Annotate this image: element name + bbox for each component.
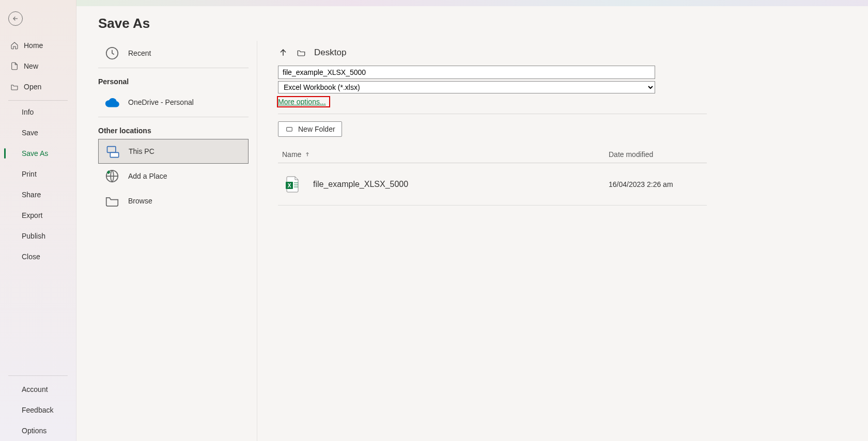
column-date-label: Date modified <box>609 150 653 159</box>
location-onedrive[interactable]: OneDrive - Personal <box>98 90 249 115</box>
column-name-label: Name <box>282 150 301 159</box>
sidebar-label: Open <box>24 83 41 91</box>
new-folder-label: New Folder <box>298 125 335 133</box>
filetype-select[interactable]: Excel Workbook (*.xlsx) <box>278 81 655 93</box>
section-head-other: Other locations <box>80 119 257 139</box>
sidebar-label: Print <box>22 170 37 178</box>
svg-rect-2 <box>110 152 118 157</box>
location-browse[interactable]: Browse <box>98 188 249 213</box>
location-recent[interactable]: Recent <box>98 41 249 66</box>
folder-open-icon <box>10 83 19 91</box>
clock-icon <box>104 45 120 61</box>
sidebar-label: Export <box>22 211 42 219</box>
sidebar-label: Home <box>24 41 43 50</box>
svg-text:X: X <box>288 183 291 188</box>
locations-separator <box>98 117 249 117</box>
new-file-icon <box>10 62 19 70</box>
sidebar-label: Feedback <box>22 406 53 414</box>
more-options-link[interactable]: More options... <box>277 96 330 107</box>
sidebar-item-save[interactable]: Save <box>0 122 76 143</box>
main-area: Save As Recent Personal OneDrive - Perso… <box>76 0 868 441</box>
sidebar-item-export[interactable]: Export <box>0 205 76 226</box>
sidebar-label: Close <box>22 253 40 261</box>
add-place-icon <box>104 168 120 184</box>
locations-separator <box>98 68 249 68</box>
file-name: file_example_XLSX_5000 <box>313 180 609 189</box>
location-label: OneDrive - Personal <box>128 98 194 106</box>
filename-row <box>278 66 847 79</box>
sidebar-label: New <box>24 62 38 70</box>
folder-icon <box>104 193 120 209</box>
nav-separator <box>8 100 68 101</box>
pc-icon <box>105 144 120 159</box>
sidebar-item-publish[interactable]: Publish <box>0 226 76 246</box>
sidebar-label: Share <box>22 191 41 199</box>
new-folder-icon <box>285 125 294 133</box>
decorative-header-strip <box>76 0 868 6</box>
sidebar-item-new[interactable]: New <box>0 56 76 76</box>
location-label: Add a Place <box>128 172 167 180</box>
location-label: Browse <box>128 197 152 205</box>
nav-bottom: Account Feedback Options <box>0 379 76 441</box>
arrow-up-icon <box>278 48 288 58</box>
file-table-header: Name Date modified <box>278 146 707 163</box>
locations-column: Recent Personal OneDrive - Personal Othe… <box>76 41 257 441</box>
arrow-left-icon <box>12 15 19 22</box>
backstage-sidebar: Home New Open Info Save Save As Print Sh… <box>0 0 76 441</box>
excel-file-icon: X <box>280 176 305 193</box>
sidebar-label: Account <box>22 385 48 393</box>
sidebar-item-home[interactable]: Home <box>0 35 76 56</box>
sidebar-item-close[interactable]: Close <box>0 246 76 267</box>
sidebar-label: Options <box>22 427 47 435</box>
section-head-personal: Personal <box>80 70 257 90</box>
nav-primary: Home New Open <box>0 35 76 97</box>
sort-asc-icon <box>304 151 311 158</box>
sidebar-item-open[interactable]: Open <box>0 76 76 97</box>
sidebar-item-info[interactable]: Info <box>0 102 76 122</box>
location-this-pc[interactable]: This PC <box>98 139 249 164</box>
sidebar-spacer <box>0 267 76 375</box>
file-column: Desktop Excel Workbook (*.xlsx) Save Mor… <box>257 41 868 441</box>
column-date[interactable]: Date modified <box>609 150 707 159</box>
back-button[interactable] <box>8 11 23 26</box>
nav-separator <box>8 375 68 376</box>
controls-separator <box>278 114 707 114</box>
sidebar-item-options[interactable]: Options <box>0 420 76 441</box>
sidebar-label: Save <box>22 129 38 137</box>
location-label: This PC <box>129 147 154 155</box>
sidebar-label: Info <box>22 108 34 116</box>
sidebar-item-print[interactable]: Print <box>0 164 76 184</box>
file-row[interactable]: X file_example_XLSX_5000 16/04/2023 2:26… <box>278 163 707 206</box>
sidebar-label: Save As <box>22 149 48 158</box>
sidebar-item-share[interactable]: Share <box>0 184 76 205</box>
location-label: Recent <box>128 49 151 57</box>
onedrive-icon <box>104 94 120 110</box>
filename-input[interactable] <box>278 66 655 79</box>
file-date: 16/04/2023 2:26 am <box>609 180 707 188</box>
svg-rect-4 <box>287 128 292 132</box>
sidebar-item-feedback[interactable]: Feedback <box>0 400 76 420</box>
nav-secondary: Info Save Save As Print Share Export Pub… <box>0 102 76 267</box>
new-folder-button[interactable]: New Folder <box>278 121 342 137</box>
location-add-place[interactable]: Add a Place <box>98 164 249 188</box>
up-button[interactable] <box>278 48 288 58</box>
filetype-row: Excel Workbook (*.xlsx) <box>278 81 847 93</box>
sidebar-item-save-as[interactable]: Save As <box>0 143 76 164</box>
sidebar-item-account[interactable]: Account <box>0 379 76 400</box>
current-path[interactable]: Desktop <box>314 48 346 58</box>
sidebar-label: Publish <box>22 232 45 240</box>
svg-rect-1 <box>107 147 116 153</box>
column-name[interactable]: Name <box>278 150 609 159</box>
path-row: Desktop <box>278 44 847 61</box>
panels: Recent Personal OneDrive - Personal Othe… <box>76 41 868 441</box>
folder-icon <box>296 48 307 57</box>
home-icon <box>10 41 19 50</box>
